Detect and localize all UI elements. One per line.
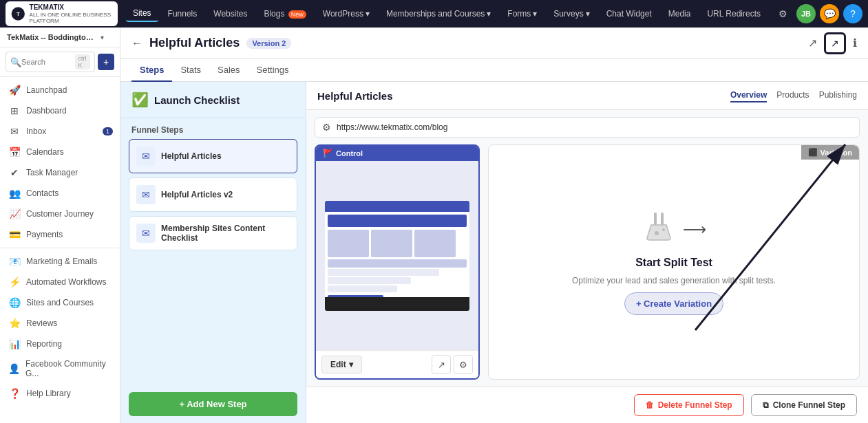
right-tab-publishing[interactable]: Publishing xyxy=(819,89,857,102)
contacts-icon: 👥 xyxy=(8,188,21,199)
nav-websites[interactable]: Websites xyxy=(207,6,254,21)
main-content: ← Helpful Articles Version 2 ↗ ↗ ℹ Steps… xyxy=(120,28,868,423)
trash-icon: 🗑 xyxy=(646,400,654,410)
back-button[interactable]: ← xyxy=(131,37,142,50)
nav-blogs[interactable]: Blogs New xyxy=(257,6,313,21)
workspace-selector[interactable]: TekMatix -- Boddington.... ▾ xyxy=(0,28,120,47)
funnel-step-item[interactable]: ✉ Helpful Articles xyxy=(129,139,297,173)
calendars-icon: 📅 xyxy=(8,147,21,158)
preview-content xyxy=(325,212,469,306)
tab-settings[interactable]: Settings xyxy=(248,59,297,82)
nav-wordpress[interactable]: WordPress ▾ xyxy=(316,6,377,21)
external-link-icon[interactable]: ↗ xyxy=(432,355,451,374)
sidebar-item-payments[interactable]: 💳 Payments xyxy=(0,224,120,245)
copy-icon: ⧉ xyxy=(763,400,769,410)
sidebar-item-reporting[interactable]: 📊 Reporting xyxy=(0,334,120,354)
step-name: Helpful Articles v2 xyxy=(161,190,233,199)
preview-header-bar xyxy=(325,201,469,212)
gear-icon[interactable]: ⚙ xyxy=(322,122,331,133)
nav-url-redirects[interactable]: URL Redirects xyxy=(700,6,768,21)
external-link-button[interactable]: ↗ xyxy=(824,32,846,54)
clone-funnel-step-button[interactable]: ⧉ Clone Funnel Step xyxy=(751,394,857,416)
reviews-icon: ⭐ xyxy=(8,318,21,329)
sidebar-item-task-manager[interactable]: ✔ Task Manager xyxy=(0,162,120,183)
page-title: Helpful Articles xyxy=(149,36,240,50)
sidebar-item-help-library[interactable]: ❓ Help Library xyxy=(0,383,120,404)
split-test-title: Start Split Test xyxy=(635,257,712,269)
info-icon[interactable]: ℹ xyxy=(853,36,857,50)
sidebar-item-facebook-community[interactable]: 👤 Facebook Community G... xyxy=(0,354,120,383)
right-tab-overview[interactable]: Overview xyxy=(730,89,767,102)
settings-icon[interactable]: ⚙ xyxy=(454,355,473,374)
nav-surveys[interactable]: Surveys ▾ xyxy=(547,6,596,21)
sidebar-item-inbox[interactable]: ✉ Inbox 1 xyxy=(0,121,120,142)
svg-point-4 xyxy=(655,231,659,235)
variation-content: ⟶ Start Split Test Optimize your lead an… xyxy=(489,145,859,379)
help-library-icon: ❓ xyxy=(8,388,21,399)
user-avatar[interactable]: JB xyxy=(796,4,816,23)
tab-sales[interactable]: Sales xyxy=(209,59,248,82)
sidebar-item-dashboard[interactable]: ⊞ Dashboard xyxy=(0,100,120,121)
flag-icon: 🚩 xyxy=(323,149,333,158)
nav-forms[interactable]: Forms ▾ xyxy=(500,6,544,21)
nav-media[interactable]: Media xyxy=(661,6,698,21)
tab-stats[interactable]: Stats xyxy=(172,59,209,82)
logo-sub: ALL IN ONE ONLINE BUSINESS PLATFORM xyxy=(30,12,112,24)
search-input[interactable] xyxy=(21,58,74,66)
right-panel-header: Helpful Articles Overview Products Publi… xyxy=(306,82,868,110)
funnel-step-item[interactable]: ✉ Helpful Articles v2 xyxy=(129,177,297,212)
launch-checklist-title: Launch Checklist xyxy=(154,94,240,106)
tab-steps[interactable]: Steps xyxy=(131,59,172,82)
step-email-icon: ✉ xyxy=(136,147,156,166)
sidebar-item-calendars[interactable]: 📅 Calendars xyxy=(0,142,120,162)
create-variation-button[interactable]: + Create Variation xyxy=(624,292,723,315)
add-new-step-button[interactable]: + Add New Step xyxy=(129,392,297,416)
svg-rect-2 xyxy=(654,213,657,225)
logo[interactable]: T TEKMATIX ALL IN ONE ONLINE BUSINESS PL… xyxy=(6,1,118,26)
nav-funnels[interactable]: Funnels xyxy=(161,6,204,21)
page-header: ← Helpful Articles Version 2 ↗ ↗ ℹ xyxy=(120,28,868,59)
sidebar-add-button[interactable]: + xyxy=(98,54,114,70)
funnel-steps-label: Funnel Steps xyxy=(120,118,306,139)
variation-icon: ⬛ xyxy=(808,148,818,157)
messages-icon[interactable]: 💬 xyxy=(820,4,839,23)
top-navigation: T TEKMATIX ALL IN ONE ONLINE BUSINESS PL… xyxy=(0,0,868,28)
sidebar-item-marketing[interactable]: 📧 Marketing & Emails xyxy=(0,251,120,272)
nav-sites[interactable]: Sites xyxy=(126,6,158,22)
sub-tabs: Steps Stats Sales Settings xyxy=(120,59,868,82)
svg-point-5 xyxy=(662,228,665,231)
nav-chat-widget[interactable]: Chat Widget xyxy=(600,6,659,21)
sidebar-item-customer-journey[interactable]: 📈 Customer Journey xyxy=(0,204,120,224)
sidebar-item-sites-courses[interactable]: 🌐 Sites and Courses xyxy=(0,292,120,313)
check-circle-icon: ✅ xyxy=(131,91,149,108)
sidebar-item-contacts[interactable]: 👥 Contacts xyxy=(0,183,120,204)
preview-inner xyxy=(325,201,469,311)
step-name: Helpful Articles xyxy=(161,151,222,161)
funnel-step-item[interactable]: ✉ Membership Sites Content Checklist xyxy=(129,216,297,250)
control-label: 🚩 Control xyxy=(316,146,478,161)
right-tab-products[interactable]: Products xyxy=(776,89,809,102)
delete-funnel-step-button[interactable]: 🗑 Delete Funnel Step xyxy=(634,394,744,416)
settings-icon[interactable]: ⚙ xyxy=(773,4,792,23)
edit-button[interactable]: Edit ▾ xyxy=(321,356,362,373)
right-panel: Helpful Articles Overview Products Publi… xyxy=(306,82,868,423)
share-icon[interactable]: ↗ xyxy=(808,36,817,50)
facebook-icon: 👤 xyxy=(8,363,20,374)
reporting-icon: 📊 xyxy=(8,338,21,349)
logo-text: TEKMATIX xyxy=(30,3,112,12)
help-icon[interactable]: ? xyxy=(843,4,862,23)
logo-icon: T xyxy=(11,4,25,23)
launch-checklist-header: ✅ Launch Checklist xyxy=(120,82,306,118)
split-test-area: 🚩 Control xyxy=(306,144,868,387)
sidebar-item-launchpad[interactable]: 🚀 Launchpad xyxy=(0,80,120,100)
sidebar-item-reviews[interactable]: ⭐ Reviews xyxy=(0,313,120,334)
nav-memberships[interactable]: Memberships and Courses ▾ xyxy=(379,6,498,21)
page-preview xyxy=(316,161,478,350)
arrow-right-icon: ⟶ xyxy=(683,220,706,239)
svg-text:T: T xyxy=(17,11,20,17)
sidebar-item-workflows[interactable]: ⚡ Automated Workflows xyxy=(0,272,120,292)
search-shortcut: ctrl K xyxy=(75,54,90,69)
version-badge: Version 2 xyxy=(246,38,291,49)
launchpad-icon: 🚀 xyxy=(8,85,21,96)
variation-card: ⬛ Variation xyxy=(488,144,860,380)
